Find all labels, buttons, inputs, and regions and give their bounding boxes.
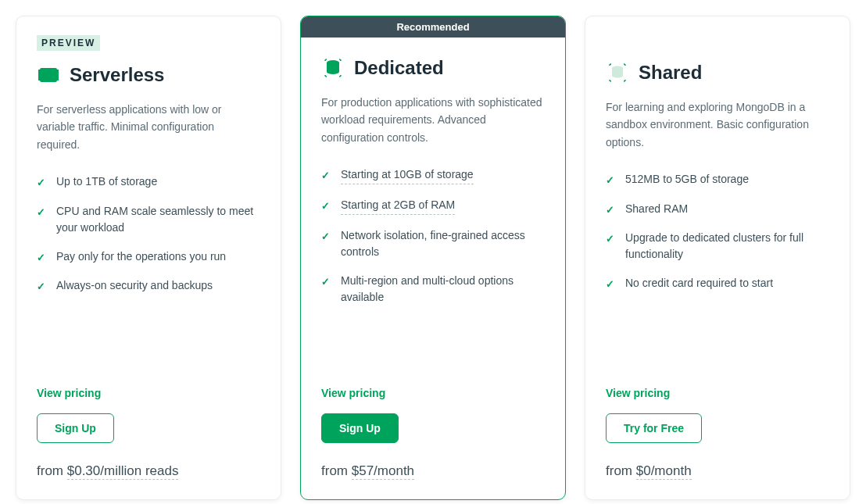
feature-item: ✓No credit card required to start <box>606 275 829 292</box>
dedicated-icon <box>321 56 345 80</box>
plan-title: Serverless <box>70 64 164 86</box>
feature-item: ✓Multi-region and multi-cloud options av… <box>321 273 545 306</box>
check-icon: ✓ <box>37 250 45 266</box>
plan-description: For serverless applications with low or … <box>37 101 260 153</box>
recommended-ribbon: Recommended <box>301 16 565 38</box>
signup-button[interactable]: Sign Up <box>37 413 114 443</box>
plan-description: For learning and exploring MongoDB in a … <box>606 98 829 151</box>
feature-item: ✓512MB to 5GB of storage <box>606 171 829 188</box>
view-pricing-link[interactable]: View pricing <box>321 387 385 399</box>
view-pricing-link[interactable]: View pricing <box>606 387 670 399</box>
check-icon: ✓ <box>606 231 614 247</box>
serverless-icon <box>37 63 60 87</box>
check-icon: ✓ <box>37 175 45 191</box>
preview-badge: PREVIEW <box>37 35 100 51</box>
check-icon: ✓ <box>606 173 614 188</box>
price-text: from $57/month <box>321 463 545 479</box>
feature-item: ✓Always-on security and backups <box>37 277 260 295</box>
price-text: from $0/month <box>606 463 829 479</box>
plan-card-shared: Shared For learning and exploring MongoD… <box>585 16 850 500</box>
check-icon: ✓ <box>606 277 614 292</box>
feature-list: ✓Up to 1TB of storage ✓CPU and RAM scale… <box>37 173 260 307</box>
plan-title: Shared <box>639 62 702 84</box>
try-free-button[interactable]: Try for Free <box>606 413 702 443</box>
signup-button[interactable]: Sign Up <box>321 413 399 443</box>
check-icon: ✓ <box>37 205 45 220</box>
feature-list: ✓Starting at 10GB of storage ✓Starting a… <box>321 166 545 318</box>
check-icon: ✓ <box>606 202 614 218</box>
feature-item: ✓CPU and RAM scale seamlessly to meet yo… <box>37 203 260 236</box>
feature-item: ✓Starting at 10GB of storage <box>321 166 545 184</box>
plan-card-dedicated: Recommended Dedicated For production app… <box>300 16 566 500</box>
shared-icon <box>606 61 629 84</box>
feature-item: ✓Network isolation, fine-grained access … <box>321 227 545 260</box>
svg-rect-2 <box>56 70 59 80</box>
feature-item: ✓Pay only for the operations you run <box>37 248 260 266</box>
feature-item: ✓Shared RAM <box>606 201 829 218</box>
feature-item: ✓Upgrade to dedicated clusters for full … <box>606 230 829 263</box>
feature-list: ✓512MB to 5GB of storage ✓Shared RAM ✓Up… <box>606 171 829 305</box>
feature-item: ✓Up to 1TB of storage <box>37 173 260 191</box>
svg-rect-1 <box>38 70 41 80</box>
feature-item: ✓Starting at 2GB of RAM <box>321 197 545 215</box>
plan-title: Dedicated <box>354 57 444 79</box>
view-pricing-link[interactable]: View pricing <box>37 387 101 399</box>
check-icon: ✓ <box>321 229 330 245</box>
pricing-plans: PREVIEW Serverless For serverless applic… <box>16 16 850 500</box>
plan-description: For production applications with sophist… <box>321 94 545 146</box>
price-text: from $0.30/million reads <box>37 463 260 479</box>
svg-rect-0 <box>40 68 57 82</box>
plan-card-serverless: PREVIEW Serverless For serverless applic… <box>16 16 281 500</box>
check-icon: ✓ <box>321 168 330 184</box>
check-icon: ✓ <box>321 274 330 290</box>
check-icon: ✓ <box>321 198 330 214</box>
check-icon: ✓ <box>37 279 45 295</box>
